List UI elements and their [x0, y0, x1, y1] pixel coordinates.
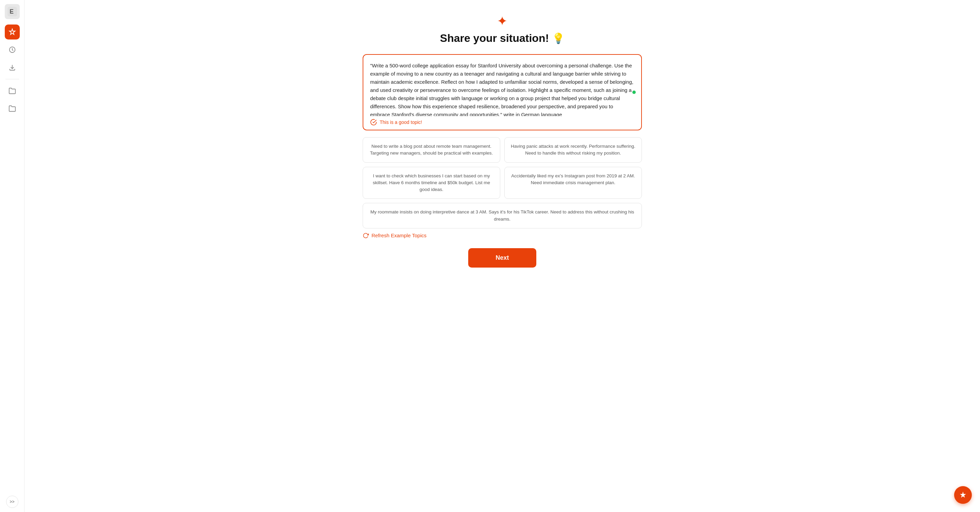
spark-icon: ✦: [497, 14, 508, 29]
float-icon: [959, 491, 967, 499]
logo-button[interactable]: E: [5, 4, 20, 19]
sidebar-divider: [5, 79, 19, 80]
sidebar: E >>: [0, 0, 24, 512]
refresh-label: Refresh Example Topics: [372, 232, 426, 238]
float-action-button[interactable]: [954, 486, 972, 504]
svg-text:E: E: [10, 8, 14, 15]
example-card-5[interactable]: My roommate insists on doing interpretiv…: [363, 203, 642, 229]
check-circle-icon: [370, 119, 377, 126]
topic-input-container: This is a good topic!: [363, 54, 642, 130]
folder2-sidebar-button[interactable]: [5, 101, 20, 116]
example-card-2[interactable]: Having panic attacks at work recently. P…: [504, 137, 642, 163]
ai-sidebar-button[interactable]: [5, 24, 20, 40]
history-sidebar-button[interactable]: [5, 42, 20, 57]
example-card-4[interactable]: Accidentally liked my ex's Instagram pos…: [504, 167, 642, 199]
folder1-sidebar-button[interactable]: [5, 83, 20, 99]
expand-icon: >>: [10, 499, 14, 504]
main-content: ✦ Share your situation! 💡 This is a good…: [24, 0, 980, 512]
example-card-1[interactable]: Need to write a blog post about remote t…: [363, 137, 500, 163]
status-dot: [632, 91, 636, 94]
page-title: Share your situation! 💡: [440, 32, 565, 45]
sidebar-expand-button[interactable]: >>: [6, 496, 18, 508]
good-topic-label: This is a good topic!: [380, 119, 422, 125]
good-topic-indicator: This is a good topic!: [370, 119, 635, 126]
refresh-icon: [363, 232, 369, 239]
refresh-topics-button[interactable]: Refresh Example Topics: [363, 232, 426, 239]
topic-textarea[interactable]: [370, 62, 635, 116]
export-sidebar-button[interactable]: [5, 60, 20, 75]
example-card-3[interactable]: I want to check which businesses I can s…: [363, 167, 500, 199]
example-cards-grid: Need to write a blog post about remote t…: [363, 137, 642, 229]
next-button[interactable]: Next: [468, 248, 536, 267]
